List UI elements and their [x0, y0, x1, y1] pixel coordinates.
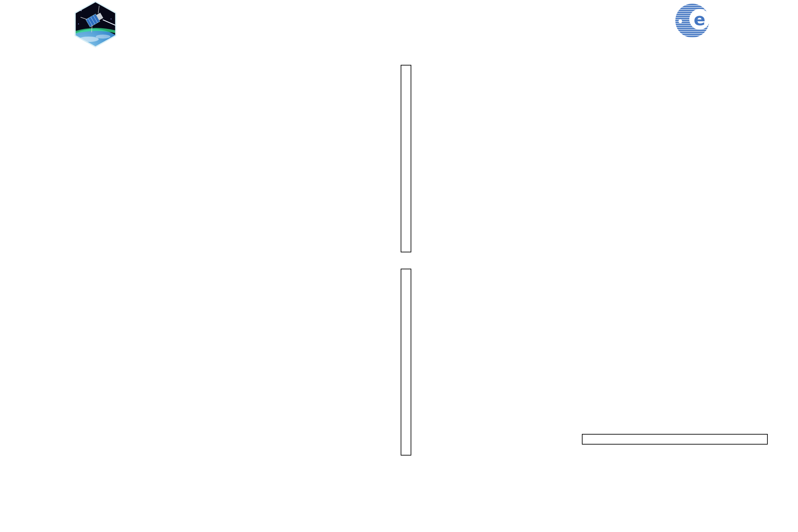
sensor-current-plot: [514, 63, 778, 142]
world-map: [479, 265, 792, 422]
counter-rate-plot: [514, 154, 778, 233]
sc-axis-plot: [79, 63, 366, 256]
epop-irm-summary-page: e: [0, 0, 798, 532]
patch-art: [74, 1, 117, 48]
esa-globe-e: e: [694, 9, 705, 29]
altitude-colorbar: [582, 434, 768, 444]
pixel-counts-colorbar: [401, 65, 411, 252]
cassiope-mission-patch: [74, 1, 117, 48]
esa-logo: e: [674, 2, 777, 39]
tof-counts-colorbar: [401, 269, 411, 456]
toa-bin-plot: [79, 265, 366, 457]
